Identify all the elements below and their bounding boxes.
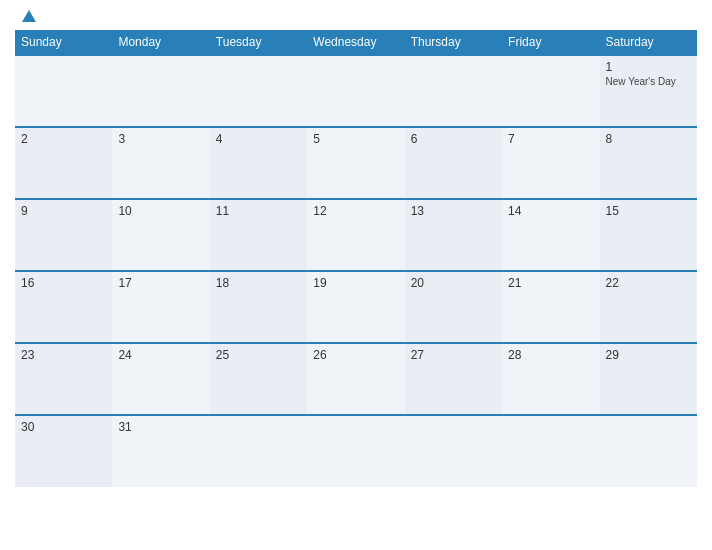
calendar-cell: 13 [405,199,502,271]
day-number: 26 [313,348,398,362]
day-number: 27 [411,348,496,362]
logo-triangle-icon [22,10,36,22]
calendar-cell: 3 [112,127,209,199]
weekday-monday: Monday [112,30,209,55]
calendar-cell: 14 [502,199,599,271]
calendar-cell [502,415,599,487]
calendar-cell: 24 [112,343,209,415]
weekday-thursday: Thursday [405,30,502,55]
day-number: 28 [508,348,593,362]
calendar-cell: 4 [210,127,307,199]
weekday-wednesday: Wednesday [307,30,404,55]
calendar-cell [307,415,404,487]
calendar-cell: 2 [15,127,112,199]
day-number: 20 [411,276,496,290]
day-number: 12 [313,204,398,218]
weekday-friday: Friday [502,30,599,55]
day-number: 25 [216,348,301,362]
day-number: 2 [21,132,106,146]
day-number: 1 [606,60,691,74]
calendar-cell: 21 [502,271,599,343]
week-row-2: 9101112131415 [15,199,697,271]
weekday-saturday: Saturday [600,30,697,55]
calendar-container: SundayMondayTuesdayWednesdayThursdayFrid… [0,0,712,550]
calendar-cell [502,55,599,127]
calendar-cell [600,415,697,487]
weekday-row: SundayMondayTuesdayWednesdayThursdayFrid… [15,30,697,55]
calendar-header-row: SundayMondayTuesdayWednesdayThursdayFrid… [15,30,697,55]
day-number: 19 [313,276,398,290]
calendar-cell [405,415,502,487]
calendar-cell: 29 [600,343,697,415]
calendar-cell: 5 [307,127,404,199]
calendar-cell [15,55,112,127]
day-number: 17 [118,276,203,290]
calendar-header [15,10,697,22]
calendar-cell [210,55,307,127]
day-number: 13 [411,204,496,218]
calendar-cell: 7 [502,127,599,199]
calendar-cell: 30 [15,415,112,487]
day-number: 7 [508,132,593,146]
calendar-cell: 22 [600,271,697,343]
day-number: 8 [606,132,691,146]
calendar-cell: 31 [112,415,209,487]
calendar-cell: 11 [210,199,307,271]
day-number: 10 [118,204,203,218]
calendar-cell: 23 [15,343,112,415]
day-number: 29 [606,348,691,362]
day-number: 6 [411,132,496,146]
weekday-tuesday: Tuesday [210,30,307,55]
day-number: 18 [216,276,301,290]
day-number: 31 [118,420,203,434]
event-label: New Year's Day [606,76,691,87]
calendar-cell [210,415,307,487]
calendar-cell: 16 [15,271,112,343]
calendar-cell: 9 [15,199,112,271]
calendar-cell: 25 [210,343,307,415]
calendar-cell: 20 [405,271,502,343]
day-number: 21 [508,276,593,290]
day-number: 3 [118,132,203,146]
day-number: 24 [118,348,203,362]
calendar-body: 1New Year's Day2345678910111213141516171… [15,55,697,487]
week-row-4: 23242526272829 [15,343,697,415]
calendar-cell: 17 [112,271,209,343]
day-number: 5 [313,132,398,146]
day-number: 14 [508,204,593,218]
day-number: 30 [21,420,106,434]
calendar-cell [112,55,209,127]
calendar-cell [405,55,502,127]
day-number: 9 [21,204,106,218]
week-row-5: 3031 [15,415,697,487]
calendar-cell: 18 [210,271,307,343]
calendar-cell [307,55,404,127]
calendar-cell: 1New Year's Day [600,55,697,127]
week-row-0: 1New Year's Day [15,55,697,127]
logo [19,10,36,22]
calendar-cell: 27 [405,343,502,415]
day-number: 11 [216,204,301,218]
week-row-3: 16171819202122 [15,271,697,343]
day-number: 23 [21,348,106,362]
week-row-1: 2345678 [15,127,697,199]
calendar-cell: 10 [112,199,209,271]
calendar-cell: 26 [307,343,404,415]
calendar-cell: 8 [600,127,697,199]
day-number: 15 [606,204,691,218]
calendar-grid: SundayMondayTuesdayWednesdayThursdayFrid… [15,30,697,487]
day-number: 4 [216,132,301,146]
calendar-cell: 15 [600,199,697,271]
calendar-cell: 6 [405,127,502,199]
calendar-cell: 28 [502,343,599,415]
day-number: 22 [606,276,691,290]
calendar-cell: 19 [307,271,404,343]
logo-blue-text [19,10,36,22]
calendar-cell: 12 [307,199,404,271]
day-number: 16 [21,276,106,290]
weekday-sunday: Sunday [15,30,112,55]
